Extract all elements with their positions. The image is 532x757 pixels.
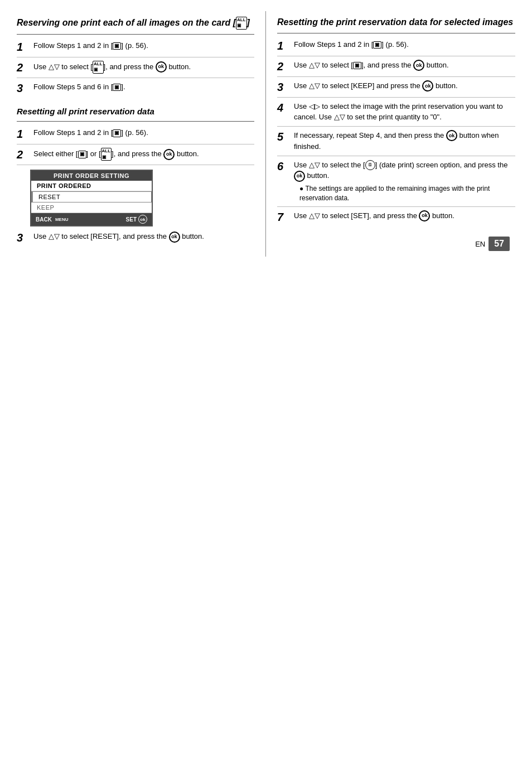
camera-icon-s2-2a: ▣ [78, 151, 86, 158]
right-step4-text: Use ◁▷ to select the image with the prin… [294, 101, 515, 123]
back-text: BACK [36, 216, 52, 223]
date-print-icon: 🗓 [365, 160, 375, 170]
right-ok-3: ok [422, 80, 433, 91]
right-section-divider [277, 33, 515, 33]
left-s2-step1: 1 Follow Steps 1 and 2 in [▣] (p. 56). [17, 127, 254, 144]
step2-text: Use △▽ to select [ALL▣], and press the o… [33, 61, 254, 74]
set-text: SET [126, 216, 137, 223]
s2-step-number-1: 1 [17, 127, 30, 141]
right-step5-text: If necessary, repeat Step 4, and then pr… [294, 130, 515, 152]
all-icon-s2-2b: ALL▣ [101, 148, 112, 161]
right-step2-text: Use △▽ to select [▣], and press the ok b… [294, 60, 515, 71]
right-step-num-5: 5 [277, 130, 291, 143]
ok-button-s2-2: ok [163, 149, 175, 160]
ok-button-s2-3: ok [169, 232, 180, 243]
right-column: Resetting the print reservation data for… [266, 11, 521, 257]
section-reserving-one-print: Reserving one print each of all images o… [17, 17, 254, 98]
right-step6-text: Use △▽ to select the [🗓] (date print) sc… [294, 160, 515, 203]
section1-title: Reserving one print each of all images o… [17, 17, 254, 30]
s2-step1-text: Follow Steps 1 and 2 in [▣] (p. 56). [33, 127, 254, 138]
right-ok-5: ok [446, 130, 457, 141]
camera-icon-1: ▣ [113, 42, 121, 50]
right-ok-6: ok [294, 171, 305, 182]
left-column: Reserving one print each of all images o… [11, 11, 266, 257]
right-step-num-4: 4 [277, 101, 291, 114]
dialog-back-label: BACK MENU [36, 216, 70, 223]
right-step1: 1 Follow Steps 1 and 2 in [▣] (p. 56). [277, 39, 515, 56]
right-step1-text: Follow Steps 1 and 2 in [▣] (p. 56). [294, 39, 515, 50]
left-s1-step3: 3 Follow Steps 5 and 6 in [▣]. [17, 81, 254, 98]
all-images-icon: ALL▣ [236, 17, 247, 30]
ok-button-2: ok [156, 61, 167, 73]
right-step-num-3: 3 [277, 80, 291, 94]
right-step6: 6 Use △▽ to select the [🗓] (date print) … [277, 160, 515, 207]
left-s1-step2: 2 Use △▽ to select [ALL▣], and press the… [17, 61, 254, 78]
main-content: Reserving one print each of all images o… [11, 11, 521, 257]
page-number: 57 [489, 237, 510, 251]
dialog-footer: BACK MENU SET ok [31, 213, 152, 225]
section2-divider [17, 121, 254, 122]
section-resetting-all: Resetting all print reservation data 1 F… [17, 106, 254, 248]
en-label: EN [475, 240, 485, 248]
all-icon-2: ALL▣ [93, 61, 104, 74]
page-container: Reserving one print each of all images o… [11, 11, 521, 257]
dialog-item-print-ordered: PRINT ORDERED [31, 181, 152, 191]
right-ok-7: ok [419, 210, 430, 221]
dialog-header: PRINT ORDER SETTING [31, 171, 152, 181]
right-step-num-1: 1 [277, 39, 291, 52]
right-ok-2: ok [413, 60, 424, 71]
right-step2: 2 Use △▽ to select [▣], and press the ok… [277, 60, 515, 77]
camera-icon-s2-1: ▣ [113, 129, 121, 137]
right-step7: 7 Use △▽ to select [SET], and press the … [277, 210, 515, 227]
right-step5: 5 If necessary, repeat Step 4, and then … [277, 130, 515, 156]
s2-step2-text: Select either [▣] or [ALL▣], and press t… [33, 148, 254, 161]
right-step-num-6: 6 [277, 160, 291, 173]
step-number-2: 2 [17, 61, 30, 74]
left-s2-step2: 2 Select either [▣] or [ALL▣], and press… [17, 148, 254, 165]
right-step7-text: Use △▽ to select [SET], and press the ok… [294, 210, 515, 222]
right-step3-text: Use △▽ to select [KEEP] and press the ok… [294, 80, 515, 92]
right-cam-icon-2: ▣ [353, 62, 361, 70]
section2-title: Resetting all print reservation data [17, 106, 254, 117]
menu-badge: MENU [54, 216, 70, 223]
right-step-num-7: 7 [277, 210, 291, 224]
ok-badge: ok [138, 215, 147, 224]
step-number-3: 3 [17, 81, 30, 95]
page-footer: EN 57 [475, 237, 510, 251]
step3-text: Follow Steps 5 and 6 in [▣]. [33, 81, 254, 93]
section-resetting-selected: Resetting the print reservation data for… [277, 17, 515, 227]
camera-icon-3: ▣ [113, 84, 121, 91]
section1-divider [17, 34, 254, 35]
right-cam-icon-1: ▣ [373, 41, 381, 49]
s2-step-number-2: 2 [17, 148, 30, 161]
left-s2-step3: 3 Use △▽ to select [RESET], and press th… [17, 231, 254, 248]
s2-step3-text: Use △▽ to select [RESET], and press the … [33, 231, 254, 243]
left-s1-step1: 1 Follow Steps 1 and 2 in [▣] (p. 56). [17, 40, 254, 57]
print-order-dialog: PRINT ORDER SETTING PRINT ORDERED RESET … [30, 170, 153, 226]
step-number-1: 1 [17, 40, 30, 54]
step1-text: Follow Steps 1 and 2 in [▣] (p. 56). [33, 40, 254, 51]
right-step3: 3 Use △▽ to select [KEEP] and press the … [277, 80, 515, 98]
right-step6-bullet: The settings are applied to the remainin… [294, 184, 515, 203]
right-section-title: Resetting the print reservation data for… [277, 17, 515, 28]
dialog-set-label: SET ok [126, 215, 147, 224]
right-step-num-2: 2 [277, 60, 291, 73]
s2-step-number-3: 3 [17, 231, 30, 244]
dialog-item-keep: KEEP [31, 202, 152, 213]
right-step4: 4 Use ◁▷ to select the image with the pr… [277, 101, 515, 127]
dialog-item-reset: RESET [31, 191, 152, 202]
